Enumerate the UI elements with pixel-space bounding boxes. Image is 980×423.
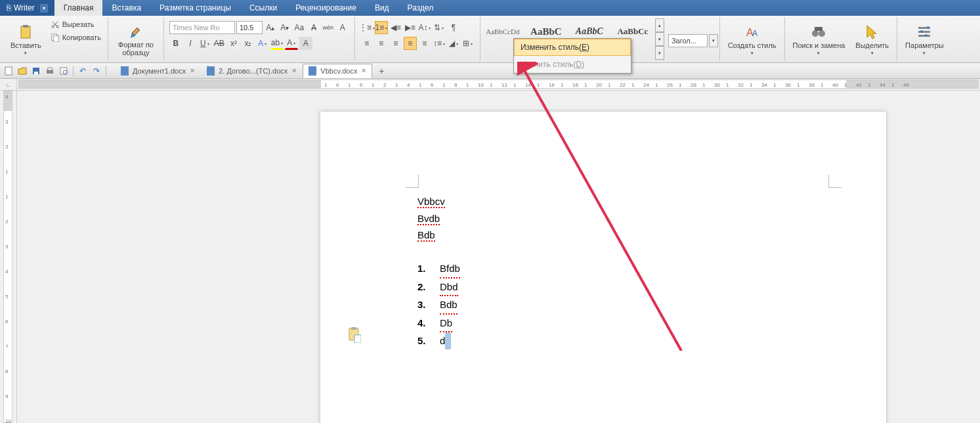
- align-right-icon: ≡: [393, 39, 398, 48]
- find-replace-button[interactable]: Поиск и замена ▾: [789, 18, 849, 62]
- line-spacing-button[interactable]: ↕≡: [433, 37, 446, 50]
- paste-options-icon[interactable]: [348, 327, 361, 343]
- scissors-icon: [51, 20, 60, 29]
- align-center-button[interactable]: ≡: [375, 37, 388, 50]
- copy-button[interactable]: Копировать: [48, 32, 104, 43]
- copy-icon: [51, 33, 60, 42]
- select-button[interactable]: Выделить ▾: [851, 18, 893, 62]
- line-spacing2-button[interactable]: ⇅: [433, 21, 446, 34]
- doc-tab-0[interactable]: Документ1.docx ✕: [115, 64, 201, 78]
- strikethrough-button[interactable]: AB: [213, 37, 226, 50]
- close-icon[interactable]: ✕: [361, 67, 366, 74]
- decrease-indent-button[interactable]: ◀≡: [389, 21, 402, 34]
- text-effect-button[interactable]: A: [256, 37, 269, 50]
- shading-button[interactable]: ◢: [447, 37, 460, 50]
- subscript-button[interactable]: x₂: [242, 37, 255, 50]
- svg-rect-13: [918, 35, 930, 37]
- grow-font-button[interactable]: A▴: [264, 21, 277, 34]
- numbering-button[interactable]: 1≡: [375, 21, 388, 34]
- align-left-icon: ≡: [364, 39, 369, 48]
- doc-tab-1[interactable]: 2. Догово...(ТС).docx ✕: [201, 64, 303, 78]
- numbering-icon: 1≡: [375, 23, 385, 32]
- italic-button[interactable]: I: [184, 37, 197, 50]
- options-button[interactable]: Параметры ▾: [901, 18, 948, 62]
- folder-icon: [18, 66, 27, 76]
- tab-section[interactable]: Раздел: [398, 0, 443, 16]
- close-icon[interactable]: ✕: [190, 67, 195, 74]
- align-left-button[interactable]: ≡: [360, 37, 373, 50]
- document-canvas[interactable]: Vbbcv Bvdb Bdb 1.Bfdb 2.Dbd 3.Bdb 4.Db 5…: [17, 91, 980, 423]
- qa-new[interactable]: [3, 65, 14, 77]
- tab-references[interactable]: Ссылки: [240, 0, 286, 16]
- style-expand[interactable]: ▾: [655, 46, 664, 60]
- style-scroll-up[interactable]: ▴: [655, 18, 664, 32]
- char-shading-button[interactable]: A: [299, 37, 312, 50]
- tab-view[interactable]: Вид: [366, 0, 398, 16]
- qa-save[interactable]: [30, 65, 42, 77]
- new-tab-button[interactable]: +: [375, 64, 388, 78]
- doc-icon: [309, 66, 316, 76]
- underline-button[interactable]: U: [198, 37, 211, 50]
- increase-indent-button[interactable]: ▶≡: [404, 21, 417, 34]
- app-badge[interactable]: ⎘ Writer ▾: [0, 0, 54, 16]
- ruler-corner[interactable]: ∟: [0, 79, 17, 91]
- cut-button[interactable]: Вырезать: [48, 18, 104, 30]
- justify-button[interactable]: ≡: [404, 37, 417, 50]
- font-color-button[interactable]: A: [285, 37, 298, 50]
- outdent-icon: ◀≡: [391, 23, 401, 32]
- bold-button[interactable]: B: [169, 37, 182, 50]
- shrink-font-button[interactable]: A▾: [278, 21, 291, 34]
- tab-page-layout[interactable]: Разметка страницы: [150, 0, 240, 16]
- borders-button[interactable]: ⊞: [461, 37, 475, 50]
- style-scroll-down[interactable]: ▾: [655, 32, 664, 46]
- document-body[interactable]: Vbbcv Bvdb Bdb 1.Bfdb 2.Dbd 3.Bdb 4.Db 5…: [417, 193, 460, 349]
- vertical-ruler[interactable]: 432112345678910111213: [0, 91, 17, 423]
- edit-style-item[interactable]: Изменить стиль(E): [514, 39, 631, 56]
- align-right-button[interactable]: ≡: [389, 37, 402, 50]
- cursor-icon: [864, 24, 880, 40]
- distributed-icon: ≡: [422, 39, 427, 48]
- font-size-select[interactable]: 10.5: [236, 21, 263, 34]
- font-name-select[interactable]: Times New Ro: [169, 21, 235, 34]
- brush-icon: [128, 24, 144, 39]
- format-painter-button[interactable]: Формат по образцу: [112, 18, 160, 62]
- paste-button[interactable]: Вставить ▾: [7, 18, 45, 62]
- style-name-dropdown[interactable]: ▾: [709, 34, 718, 47]
- qa-undo[interactable]: ↶: [77, 65, 89, 77]
- change-case-button[interactable]: Aa: [293, 21, 306, 34]
- text-direction-button[interactable]: A↕: [418, 21, 431, 34]
- qa-open[interactable]: [16, 65, 28, 77]
- new-doc-icon: [4, 66, 13, 76]
- app-name: Writer: [14, 3, 35, 12]
- svg-rect-19: [34, 72, 38, 74]
- preview-icon: [59, 66, 68, 76]
- char-border-button[interactable]: A: [336, 21, 349, 34]
- app-menu-dropdown-icon[interactable]: ▾: [40, 4, 48, 12]
- style-name-field[interactable]: Загол...: [668, 34, 708, 47]
- svg-rect-10: [815, 27, 822, 31]
- svg-rect-21: [48, 68, 52, 70]
- indent-icon: ▶≡: [405, 23, 415, 32]
- bullets-button[interactable]: ⋮≡: [360, 21, 373, 34]
- qa-redo[interactable]: ↷: [91, 65, 102, 77]
- clear-format-button[interactable]: A̶: [307, 21, 320, 34]
- tab-review[interactable]: Рецензирование: [286, 0, 366, 16]
- create-style-button[interactable]: AA Создать стиль ▾: [724, 18, 780, 62]
- svg-rect-0: [21, 26, 30, 38]
- doc-tab-2[interactable]: Vbbcv.docx ✕: [303, 64, 372, 78]
- highlight-button[interactable]: ab: [270, 37, 284, 50]
- horizontal-ruler[interactable]: 1616121416181101121141161181201221241261…: [18, 79, 979, 89]
- app-logo-icon: ⎘: [7, 3, 11, 12]
- qa-print[interactable]: [44, 65, 56, 77]
- close-icon[interactable]: ✕: [291, 67, 297, 74]
- doc-icon: [121, 66, 129, 76]
- tab-home[interactable]: Главная: [54, 0, 103, 16]
- qa-print-preview[interactable]: [58, 65, 70, 77]
- superscript-button[interactable]: x²: [227, 37, 240, 50]
- phonetic-guide-button[interactable]: wén: [322, 21, 335, 34]
- options-icon: [916, 24, 932, 40]
- show-marks-button[interactable]: ¶: [447, 21, 460, 34]
- tab-insert[interactable]: Вставка: [102, 0, 150, 16]
- doc-icon: [207, 66, 215, 76]
- distributed-button[interactable]: ≡: [418, 37, 431, 50]
